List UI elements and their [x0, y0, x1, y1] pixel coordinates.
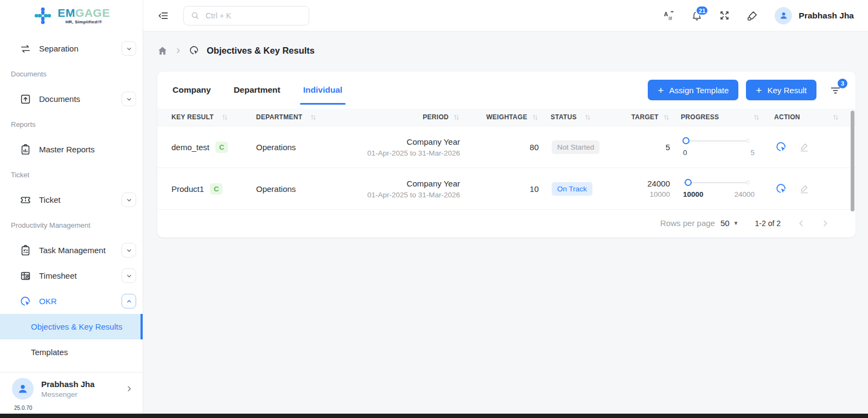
sidebar-item-label: Documents — [39, 94, 122, 104]
sidebar-item-label: OKR — [39, 297, 122, 306]
weightage-cell: 10 — [472, 184, 551, 194]
svg-text:A: A — [664, 10, 668, 17]
chevron-right-icon — [125, 385, 133, 393]
sort-icon[interactable] — [453, 114, 460, 121]
chevron-down-icon[interactable] — [122, 92, 136, 106]
sort-icon[interactable] — [832, 114, 839, 121]
sidebar-user-subtitle: Messenger — [41, 390, 125, 398]
progress-max-label: 24000 — [734, 190, 755, 198]
notification-count-badge: 21 — [695, 5, 709, 16]
period-range: 01-Apr-2025 to 31-Mar-2026 — [342, 191, 460, 199]
table-row[interactable]: demo_test C Operations Company Year 01-A… — [157, 126, 856, 168]
chevron-down-icon[interactable] — [122, 41, 136, 56]
sort-icon[interactable] — [584, 114, 591, 121]
sidebar-item-label: Ticket — [39, 195, 122, 204]
sidebar-section-ticket: Ticket — [0, 162, 143, 187]
progress-min-label: 0 — [683, 149, 687, 157]
sidebar-item-label: Task Management — [39, 246, 122, 255]
sidebar-subitem-templates[interactable]: Templates — [0, 339, 143, 365]
slider-handle[interactable] — [682, 137, 690, 144]
sidebar-item-master-reports[interactable]: Master Reports — [0, 137, 143, 162]
okr-card: Company Department Individual + Assign T… — [157, 72, 856, 237]
tab-individual[interactable]: Individual — [302, 82, 343, 98]
key-result-name: Product1 — [171, 184, 204, 194]
progress-max-label: 5 — [750, 149, 755, 157]
clipboard-list-icon — [20, 245, 31, 256]
caret-down-icon: ▼ — [733, 220, 739, 226]
chevron-up-icon[interactable] — [122, 294, 136, 308]
company-badge: C — [215, 142, 228, 153]
global-search[interactable] — [183, 6, 309, 25]
slider-handle[interactable] — [685, 179, 692, 186]
emgage-logo-icon — [33, 5, 53, 26]
table-row[interactable]: Product1 C Operations Company Year 01-Ap… — [157, 168, 856, 209]
period-title: Company Year — [342, 179, 460, 188]
chevron-down-icon[interactable] — [122, 192, 136, 207]
pagination-range: 1-2 of 2 — [755, 219, 781, 228]
timesheet-icon — [20, 270, 31, 282]
breadcrumb: Objectives & Key Results — [157, 43, 856, 57]
target-value: 24000 — [632, 179, 670, 188]
app-logo[interactable]: EMGAGE HR, Simplified!® — [0, 0, 143, 31]
table-scrollbar[interactable] — [851, 111, 854, 211]
assign-template-button[interactable]: + Assign Template — [648, 80, 738, 100]
okr-target-icon — [20, 295, 31, 307]
plus-icon: + — [658, 85, 663, 95]
period-title: Company Year — [342, 137, 460, 146]
translate-icon[interactable]: Aअ — [663, 10, 675, 22]
sort-icon[interactable] — [532, 114, 539, 121]
edit-pencil-icon[interactable] — [799, 184, 809, 194]
next-page-icon[interactable] — [821, 219, 829, 228]
sidebar-item-separation[interactable]: Separation — [0, 36, 143, 61]
tab-department[interactable]: Department — [233, 82, 282, 98]
sort-icon[interactable] — [663, 114, 670, 121]
logo-wordmark: EMGAGE — [58, 7, 110, 18]
theme-paintbrush-icon[interactable] — [746, 10, 758, 22]
tab-company[interactable]: Company — [171, 82, 212, 98]
progress-slider[interactable] — [683, 137, 749, 144]
chevron-right-icon — [175, 47, 182, 54]
chevron-down-icon[interactable] — [122, 268, 136, 283]
sidebar-item-documents[interactable]: Documents — [0, 86, 143, 112]
sidebar-item-ticket[interactable]: Ticket — [0, 187, 143, 213]
status-badge: Not Started — [552, 140, 599, 154]
previous-page-icon[interactable] — [797, 219, 806, 228]
fullscreen-icon[interactable] — [719, 10, 730, 21]
filter-button[interactable]: 3 — [829, 84, 841, 96]
home-icon[interactable] — [157, 46, 168, 56]
edit-pencil-icon[interactable] — [799, 142, 809, 152]
sidebar-user-card[interactable]: Prabhash Jha Messenger 25.0.70 — [0, 372, 143, 414]
document-upload-icon — [20, 93, 31, 105]
search-input[interactable] — [205, 11, 302, 21]
view-okr-icon[interactable] — [775, 183, 787, 195]
collapse-sidebar-icon[interactable] — [157, 10, 169, 22]
sidebar-subitem-objectives-key-results[interactable]: Objectives & Key Results — [0, 314, 143, 339]
period-range: 01-Apr-2025 to 31-Mar-2026 — [342, 149, 460, 157]
topbar: Aअ 21 Prabhash Jha — [143, 0, 868, 31]
app-version: 25.0.70 — [14, 405, 32, 411]
key-result-button[interactable]: + Key Result — [746, 80, 816, 100]
table-header: KEY RESULT DEPARTMENT PERIOD WEIGHTAGE S… — [157, 108, 856, 126]
weightage-cell: 80 — [472, 143, 551, 152]
topbar-user-menu[interactable]: Prabhash Jha — [775, 7, 854, 24]
sidebar-item-okr[interactable]: OKR — [0, 288, 143, 314]
key-result-name: demo_test — [171, 143, 209, 152]
sidebar-item-timesheet[interactable]: Timesheet — [0, 263, 143, 288]
chevron-down-icon[interactable] — [122, 243, 136, 258]
table-footer: Rows per page 50 ▼ 1-2 of 2 — [157, 209, 856, 236]
sort-icon[interactable] — [310, 114, 317, 121]
rows-per-page-label: Rows per page — [660, 218, 715, 228]
notifications-bell-icon[interactable]: 21 — [691, 10, 703, 21]
clipboard-chart-icon — [20, 144, 31, 156]
sidebar-item-task-management[interactable]: Task Management — [0, 237, 143, 263]
department-cell: Operations — [250, 184, 342, 194]
progress-slider[interactable] — [683, 179, 749, 186]
company-badge: C — [210, 183, 222, 195]
view-okr-icon[interactable] — [775, 141, 787, 153]
page-title: Objectives & Key Results — [207, 46, 315, 56]
logo-tagline: HR, Simplified!® — [58, 20, 110, 24]
sort-icon[interactable] — [221, 114, 228, 121]
sort-icon[interactable] — [753, 114, 760, 121]
page-content: Objectives & Key Results Company Departm… — [143, 31, 868, 237]
rows-per-page-select[interactable]: 50 ▼ — [720, 218, 739, 228]
